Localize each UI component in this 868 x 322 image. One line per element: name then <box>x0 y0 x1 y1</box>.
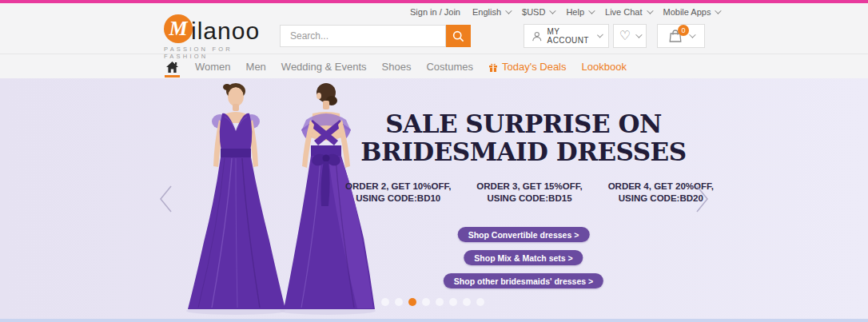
hero-title-line2: BRIDESMAID DRESSES <box>336 138 711 166</box>
carousel-dot-4[interactable] <box>422 298 430 306</box>
cart-menu[interactable]: 0 <box>657 24 705 48</box>
help-menu[interactable]: Help <box>566 7 593 17</box>
carousel-next-arrow[interactable] <box>694 185 710 217</box>
angle-right-icon <box>694 185 710 213</box>
chevron-down-icon <box>505 7 512 14</box>
chevron-down-icon <box>647 7 653 14</box>
hero-title-line1: SALE SURPRISE ON <box>336 110 711 138</box>
chevron-down-icon <box>689 31 695 38</box>
search-button[interactable] <box>446 25 471 47</box>
top-accent-bar <box>0 0 868 3</box>
angle-left-icon <box>158 185 174 213</box>
chevron-down-icon <box>715 7 722 14</box>
offer-divider <box>456 176 472 209</box>
user-icon <box>532 30 543 43</box>
search-input[interactable] <box>280 25 446 47</box>
nav-todays-deals-label: Today's Deals <box>502 61 567 73</box>
chevron-down-icon <box>588 7 595 14</box>
nav-divider <box>0 54 868 54</box>
carousel-dot-1[interactable] <box>381 298 389 306</box>
home-icon <box>166 62 178 73</box>
hero-banner: SALE SURPRISE ON BRIDESMAID DRESSES ORDE… <box>0 78 868 319</box>
mobile-apps-menu[interactable]: Mobile Apps <box>663 7 720 17</box>
logo-m-icon: M <box>164 14 193 43</box>
chevron-down-icon <box>635 31 642 38</box>
gift-icon <box>488 62 498 72</box>
offer-order3: ORDER 3, GET 15%OFF, USING CODE:BD15 <box>476 181 582 205</box>
nav-men[interactable]: Men <box>246 61 266 73</box>
cart-count-badge: 0 <box>678 25 689 36</box>
carousel-dots <box>381 298 484 306</box>
carousel-dot-8[interactable] <box>476 298 484 306</box>
carousel-dot-2[interactable] <box>395 298 403 306</box>
my-account-menu[interactable]: MY ACCOUNT <box>524 24 609 48</box>
active-nav-indicator <box>165 75 180 78</box>
offer-order2: ORDER 2, GET 10%OFF, USING CODE:BD10 <box>345 181 451 205</box>
nav-costumes[interactable]: Costumes <box>426 61 473 73</box>
carousel-dot-3[interactable] <box>408 298 416 306</box>
milanoo-homepage: Sign in / Join English $USD Help Live Ch… <box>0 0 868 322</box>
promo-offers: ORDER 2, GET 10%OFF, USING CODE:BD10 ORD… <box>352 174 707 211</box>
nav-women[interactable]: Women <box>195 61 231 73</box>
nav-home[interactable] <box>165 62 180 73</box>
carousel-dot-6[interactable] <box>449 298 457 306</box>
bottom-accent-bar <box>0 319 868 322</box>
nav-todays-deals[interactable]: Today's Deals <box>488 61 567 73</box>
offer-divider <box>587 176 603 209</box>
nav-lookbook[interactable]: Lookbook <box>582 61 627 73</box>
currency-menu[interactable]: $USD <box>522 7 554 17</box>
carousel-dot-5[interactable] <box>436 298 444 306</box>
carousel-prev-arrow[interactable] <box>158 185 174 217</box>
logo-text: ilanoo <box>191 19 260 43</box>
chevron-down-icon <box>597 32 603 38</box>
main-nav: Women Men Wedding & Events Shoes Costume… <box>165 55 627 78</box>
shop-convertible-dresses-button[interactable]: Shop Convertible dresses > <box>458 227 590 242</box>
search-form <box>280 25 471 47</box>
shop-other-bridesmaids-dresses-button[interactable]: Shop other bridesmaids' dresses > <box>444 273 603 288</box>
shop-mix-match-sets-button[interactable]: Shop Mix & Match sets > <box>464 250 583 265</box>
language-menu[interactable]: English <box>472 7 510 17</box>
nav-wedding-events[interactable]: Wedding & Events <box>281 61 367 73</box>
heart-icon: ♡ <box>619 30 631 42</box>
live-chat-menu[interactable]: Live Chat <box>605 7 651 17</box>
wishlist-menu[interactable]: ♡ <box>613 24 647 48</box>
signin-join-link[interactable]: Sign in / Join <box>410 7 460 17</box>
nav-shoes[interactable]: Shoes <box>382 61 412 73</box>
utility-bar: Sign in / Join English $USD Help Live Ch… <box>410 7 719 17</box>
chevron-down-icon <box>550 7 556 14</box>
hero-title: SALE SURPRISE ON BRIDESMAID DRESSES <box>336 110 711 166</box>
search-icon <box>452 30 464 42</box>
my-account-label: MY ACCOUNT <box>547 27 592 45</box>
carousel-dot-7[interactable] <box>463 298 471 306</box>
